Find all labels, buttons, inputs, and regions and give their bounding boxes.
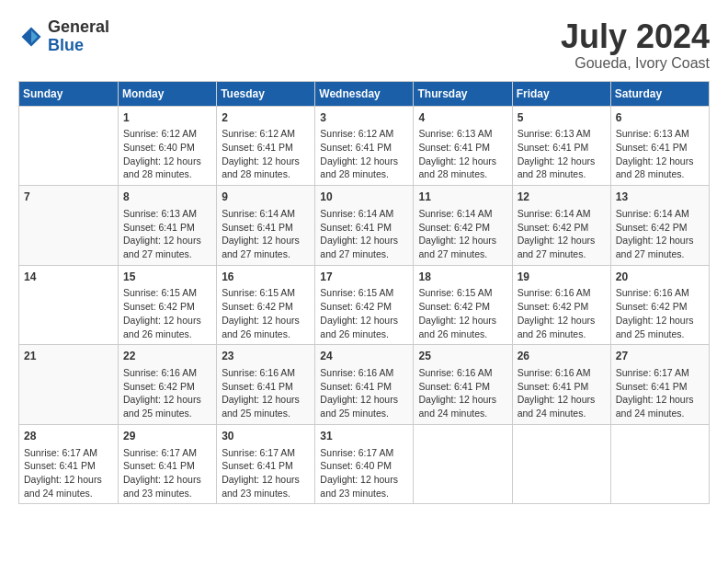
cell-info: Sunrise: 6:15 AMSunset: 6:42 PMDaylight:… (222, 286, 310, 340)
day-number: 14 (24, 270, 113, 285)
location-title: Goueda, Ivory Coast (561, 55, 710, 72)
calendar-cell: 1Sunrise: 6:12 AMSunset: 6:40 PMDaylight… (119, 106, 217, 186)
day-number: 28 (24, 429, 113, 444)
day-number: 1 (123, 110, 211, 126)
calendar-cell: 30Sunrise: 6:17 AMSunset: 6:41 PMDayligh… (217, 424, 315, 504)
calendar-cell: 20Sunrise: 6:16 AMSunset: 6:42 PMDayligh… (610, 265, 709, 345)
calendar-cell: 26Sunrise: 6:16 AMSunset: 6:41 PMDayligh… (512, 345, 610, 425)
day-number: 2 (222, 110, 310, 126)
day-number: 10 (320, 190, 408, 205)
calendar-cell: 12Sunrise: 6:14 AMSunset: 6:42 PMDayligh… (512, 186, 610, 266)
cell-info: Sunrise: 6:14 AMSunset: 6:41 PMDaylight:… (320, 207, 408, 261)
cell-info: Sunrise: 6:15 AMSunset: 6:42 PMDaylight:… (320, 286, 408, 340)
calendar-cell: 9Sunrise: 6:14 AMSunset: 6:41 PMDaylight… (217, 186, 315, 266)
calendar-cell: 24Sunrise: 6:16 AMSunset: 6:41 PMDayligh… (315, 345, 414, 425)
day-number: 6 (616, 110, 704, 126)
logo-blue-text: Blue (48, 36, 84, 54)
day-number: 7 (24, 190, 113, 205)
day-number: 4 (418, 110, 506, 126)
calendar-cell (414, 424, 512, 504)
cell-info: Sunrise: 6:15 AMSunset: 6:42 PMDaylight:… (418, 286, 506, 340)
title-section: July 2024 Goueda, Ivory Coast (561, 18, 710, 72)
calendar-cell: 27Sunrise: 6:17 AMSunset: 6:41 PMDayligh… (610, 345, 709, 425)
cell-info: Sunrise: 6:17 AMSunset: 6:41 PMDaylight:… (616, 366, 704, 420)
logo: General Blue (18, 18, 109, 55)
cell-info: Sunrise: 6:14 AMSunset: 6:42 PMDaylight:… (418, 207, 506, 261)
day-number: 27 (616, 349, 704, 364)
cell-info: Sunrise: 6:13 AMSunset: 6:41 PMDaylight:… (518, 127, 606, 181)
header-tuesday: Tuesday (217, 81, 315, 106)
header-monday: Monday (119, 81, 217, 106)
calendar-cell: 21 (19, 345, 119, 425)
day-number: 22 (123, 349, 211, 364)
calendar-cell: 17Sunrise: 6:15 AMSunset: 6:42 PMDayligh… (315, 265, 414, 345)
cell-info: Sunrise: 6:17 AMSunset: 6:40 PMDaylight:… (320, 446, 408, 500)
calendar-cell: 4Sunrise: 6:13 AMSunset: 6:41 PMDaylight… (414, 106, 512, 186)
day-number: 15 (123, 270, 211, 285)
calendar-cell: 28Sunrise: 6:17 AMSunset: 6:41 PMDayligh… (19, 424, 119, 504)
calendar-cell: 6Sunrise: 6:13 AMSunset: 6:41 PMDaylight… (610, 106, 709, 186)
calendar-cell: 13Sunrise: 6:14 AMSunset: 6:42 PMDayligh… (610, 186, 709, 266)
calendar-week-row: 1415Sunrise: 6:15 AMSunset: 6:42 PMDayli… (19, 265, 710, 345)
cell-info: Sunrise: 6:13 AMSunset: 6:41 PMDaylight:… (616, 127, 704, 181)
day-number: 23 (222, 349, 310, 364)
cell-info: Sunrise: 6:12 AMSunset: 6:41 PMDaylight:… (320, 127, 408, 181)
calendar-week-row: 2122Sunrise: 6:16 AMSunset: 6:42 PMDayli… (19, 345, 710, 425)
day-number: 17 (320, 270, 408, 285)
calendar-cell: 15Sunrise: 6:15 AMSunset: 6:42 PMDayligh… (119, 265, 217, 345)
cell-info: Sunrise: 6:17 AMSunset: 6:41 PMDaylight:… (24, 446, 113, 500)
calendar-header: Sunday Monday Tuesday Wednesday Thursday… (19, 81, 710, 106)
cell-info: Sunrise: 6:12 AMSunset: 6:40 PMDaylight:… (123, 127, 211, 181)
logo-general-text: General (48, 17, 109, 36)
calendar-cell: 7 (19, 186, 119, 266)
calendar-cell: 3Sunrise: 6:12 AMSunset: 6:41 PMDaylight… (315, 106, 414, 186)
month-title: July 2024 (561, 18, 710, 55)
header-row: Sunday Monday Tuesday Wednesday Thursday… (19, 81, 710, 106)
day-number: 8 (123, 190, 211, 205)
calendar-cell (610, 424, 709, 504)
day-number: 29 (123, 429, 211, 444)
day-number: 18 (418, 270, 506, 285)
calendar-cell: 25Sunrise: 6:16 AMSunset: 6:41 PMDayligh… (414, 345, 512, 425)
day-number: 25 (418, 349, 506, 364)
calendar-cell: 18Sunrise: 6:15 AMSunset: 6:42 PMDayligh… (414, 265, 512, 345)
logo-icon (18, 24, 44, 50)
day-number: 26 (518, 349, 606, 364)
cell-info: Sunrise: 6:16 AMSunset: 6:42 PMDaylight:… (518, 286, 606, 340)
calendar-cell: 11Sunrise: 6:14 AMSunset: 6:42 PMDayligh… (414, 186, 512, 266)
calendar-cell: 5Sunrise: 6:13 AMSunset: 6:41 PMDaylight… (512, 106, 610, 186)
calendar-week-row: 28Sunrise: 6:17 AMSunset: 6:41 PMDayligh… (19, 424, 710, 504)
cell-info: Sunrise: 6:14 AMSunset: 6:42 PMDaylight:… (616, 207, 704, 261)
calendar-cell: 2Sunrise: 6:12 AMSunset: 6:41 PMDaylight… (217, 106, 315, 186)
day-number: 21 (24, 349, 113, 364)
calendar-cell: 8Sunrise: 6:13 AMSunset: 6:41 PMDaylight… (119, 186, 217, 266)
day-number: 31 (320, 429, 408, 444)
day-number: 30 (222, 429, 310, 444)
cell-info: Sunrise: 6:16 AMSunset: 6:41 PMDaylight:… (320, 366, 408, 420)
page-header: General Blue July 2024 Goueda, Ivory Coa… (18, 18, 710, 72)
cell-info: Sunrise: 6:16 AMSunset: 6:41 PMDaylight:… (222, 366, 310, 420)
cell-info: Sunrise: 6:15 AMSunset: 6:42 PMDaylight:… (123, 286, 211, 340)
calendar-cell: 19Sunrise: 6:16 AMSunset: 6:42 PMDayligh… (512, 265, 610, 345)
cell-info: Sunrise: 6:16 AMSunset: 6:42 PMDaylight:… (123, 366, 211, 420)
cell-info: Sunrise: 6:13 AMSunset: 6:41 PMDaylight:… (418, 127, 506, 181)
cell-info: Sunrise: 6:13 AMSunset: 6:41 PMDaylight:… (123, 207, 211, 261)
day-number: 12 (518, 190, 606, 205)
header-saturday: Saturday (610, 81, 709, 106)
day-number: 5 (518, 110, 606, 126)
day-number: 13 (616, 190, 704, 205)
cell-info: Sunrise: 6:16 AMSunset: 6:42 PMDaylight:… (616, 286, 704, 340)
calendar-table: Sunday Monday Tuesday Wednesday Thursday… (18, 81, 710, 505)
calendar-cell: 10Sunrise: 6:14 AMSunset: 6:41 PMDayligh… (315, 186, 414, 266)
cell-info: Sunrise: 6:17 AMSunset: 6:41 PMDaylight:… (222, 446, 310, 500)
calendar-cell (512, 424, 610, 504)
calendar-body: 1Sunrise: 6:12 AMSunset: 6:40 PMDaylight… (19, 106, 710, 504)
calendar-week-row: 78Sunrise: 6:13 AMSunset: 6:41 PMDayligh… (19, 186, 710, 266)
day-number: 9 (222, 190, 310, 205)
day-number: 3 (320, 110, 408, 126)
cell-info: Sunrise: 6:17 AMSunset: 6:41 PMDaylight:… (123, 446, 211, 500)
cell-info: Sunrise: 6:14 AMSunset: 6:41 PMDaylight:… (222, 207, 310, 261)
day-number: 11 (418, 190, 506, 205)
header-friday: Friday (512, 81, 610, 106)
day-number: 20 (616, 270, 704, 285)
